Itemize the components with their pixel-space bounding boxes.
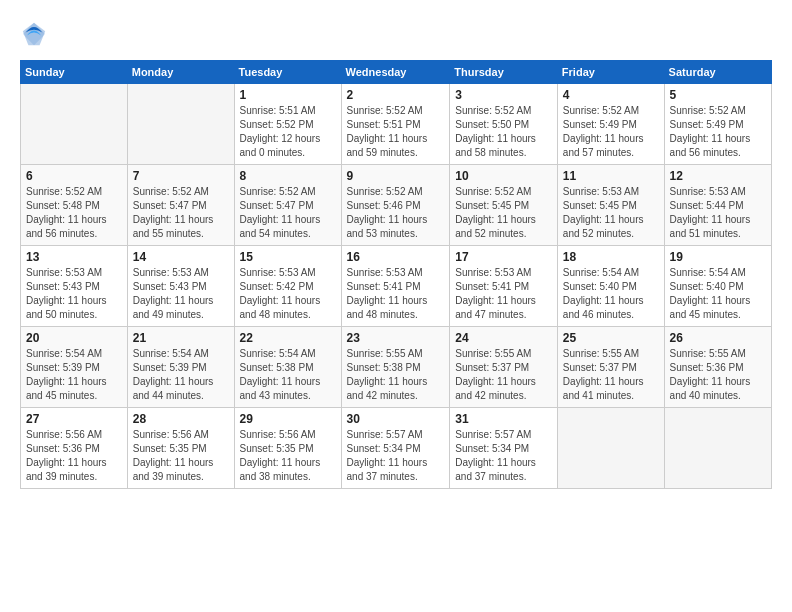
svg-marker-1 [23, 23, 45, 45]
day-info: Sunrise: 5:53 AM Sunset: 5:45 PM Dayligh… [563, 185, 659, 241]
day-cell: 15Sunrise: 5:53 AM Sunset: 5:42 PM Dayli… [234, 246, 341, 327]
day-info: Sunrise: 5:56 AM Sunset: 5:36 PM Dayligh… [26, 428, 122, 484]
logo-icon [20, 20, 48, 48]
day-cell: 7Sunrise: 5:52 AM Sunset: 5:47 PM Daylig… [127, 165, 234, 246]
day-info: Sunrise: 5:52 AM Sunset: 5:51 PM Dayligh… [347, 104, 445, 160]
day-cell: 23Sunrise: 5:55 AM Sunset: 5:38 PM Dayli… [341, 327, 450, 408]
page: SundayMondayTuesdayWednesdayThursdayFrid… [0, 0, 792, 612]
weekday-row: SundayMondayTuesdayWednesdayThursdayFrid… [21, 61, 772, 84]
day-info: Sunrise: 5:54 AM Sunset: 5:40 PM Dayligh… [563, 266, 659, 322]
day-cell: 20Sunrise: 5:54 AM Sunset: 5:39 PM Dayli… [21, 327, 128, 408]
day-info: Sunrise: 5:55 AM Sunset: 5:37 PM Dayligh… [563, 347, 659, 403]
day-cell: 29Sunrise: 5:56 AM Sunset: 5:35 PM Dayli… [234, 408, 341, 489]
day-number: 15 [240, 250, 336, 264]
day-cell: 24Sunrise: 5:55 AM Sunset: 5:37 PM Dayli… [450, 327, 558, 408]
weekday-header-sunday: Sunday [21, 61, 128, 84]
day-info: Sunrise: 5:54 AM Sunset: 5:39 PM Dayligh… [133, 347, 229, 403]
day-info: Sunrise: 5:56 AM Sunset: 5:35 PM Dayligh… [133, 428, 229, 484]
day-info: Sunrise: 5:57 AM Sunset: 5:34 PM Dayligh… [347, 428, 445, 484]
weekday-header-wednesday: Wednesday [341, 61, 450, 84]
day-number: 17 [455, 250, 552, 264]
day-number: 10 [455, 169, 552, 183]
day-cell: 22Sunrise: 5:54 AM Sunset: 5:38 PM Dayli… [234, 327, 341, 408]
day-info: Sunrise: 5:55 AM Sunset: 5:37 PM Dayligh… [455, 347, 552, 403]
day-info: Sunrise: 5:52 AM Sunset: 5:50 PM Dayligh… [455, 104, 552, 160]
day-number: 30 [347, 412, 445, 426]
day-info: Sunrise: 5:53 AM Sunset: 5:44 PM Dayligh… [670, 185, 766, 241]
day-cell [127, 84, 234, 165]
week-row-5: 27Sunrise: 5:56 AM Sunset: 5:36 PM Dayli… [21, 408, 772, 489]
day-number: 12 [670, 169, 766, 183]
day-cell: 6Sunrise: 5:52 AM Sunset: 5:48 PM Daylig… [21, 165, 128, 246]
day-cell: 21Sunrise: 5:54 AM Sunset: 5:39 PM Dayli… [127, 327, 234, 408]
weekday-header-monday: Monday [127, 61, 234, 84]
day-cell: 10Sunrise: 5:52 AM Sunset: 5:45 PM Dayli… [450, 165, 558, 246]
week-row-3: 13Sunrise: 5:53 AM Sunset: 5:43 PM Dayli… [21, 246, 772, 327]
day-number: 18 [563, 250, 659, 264]
day-cell: 27Sunrise: 5:56 AM Sunset: 5:36 PM Dayli… [21, 408, 128, 489]
day-info: Sunrise: 5:52 AM Sunset: 5:49 PM Dayligh… [670, 104, 766, 160]
week-row-1: 1Sunrise: 5:51 AM Sunset: 5:52 PM Daylig… [21, 84, 772, 165]
day-info: Sunrise: 5:53 AM Sunset: 5:43 PM Dayligh… [26, 266, 122, 322]
day-number: 22 [240, 331, 336, 345]
day-info: Sunrise: 5:53 AM Sunset: 5:42 PM Dayligh… [240, 266, 336, 322]
weekday-header-thursday: Thursday [450, 61, 558, 84]
day-number: 21 [133, 331, 229, 345]
day-number: 24 [455, 331, 552, 345]
weekday-header-tuesday: Tuesday [234, 61, 341, 84]
day-number: 7 [133, 169, 229, 183]
day-number: 5 [670, 88, 766, 102]
day-cell: 4Sunrise: 5:52 AM Sunset: 5:49 PM Daylig… [557, 84, 664, 165]
day-number: 11 [563, 169, 659, 183]
weekday-header-friday: Friday [557, 61, 664, 84]
calendar-header: SundayMondayTuesdayWednesdayThursdayFrid… [21, 61, 772, 84]
day-number: 25 [563, 331, 659, 345]
day-number: 3 [455, 88, 552, 102]
day-cell: 19Sunrise: 5:54 AM Sunset: 5:40 PM Dayli… [664, 246, 771, 327]
day-number: 9 [347, 169, 445, 183]
day-cell: 17Sunrise: 5:53 AM Sunset: 5:41 PM Dayli… [450, 246, 558, 327]
day-number: 19 [670, 250, 766, 264]
day-cell: 2Sunrise: 5:52 AM Sunset: 5:51 PM Daylig… [341, 84, 450, 165]
day-info: Sunrise: 5:53 AM Sunset: 5:41 PM Dayligh… [347, 266, 445, 322]
calendar: SundayMondayTuesdayWednesdayThursdayFrid… [20, 60, 772, 489]
day-info: Sunrise: 5:52 AM Sunset: 5:45 PM Dayligh… [455, 185, 552, 241]
day-info: Sunrise: 5:52 AM Sunset: 5:47 PM Dayligh… [133, 185, 229, 241]
day-cell [21, 84, 128, 165]
day-cell [664, 408, 771, 489]
header [20, 20, 772, 48]
day-cell: 13Sunrise: 5:53 AM Sunset: 5:43 PM Dayli… [21, 246, 128, 327]
day-number: 8 [240, 169, 336, 183]
day-info: Sunrise: 5:56 AM Sunset: 5:35 PM Dayligh… [240, 428, 336, 484]
day-info: Sunrise: 5:53 AM Sunset: 5:41 PM Dayligh… [455, 266, 552, 322]
day-cell: 12Sunrise: 5:53 AM Sunset: 5:44 PM Dayli… [664, 165, 771, 246]
day-info: Sunrise: 5:52 AM Sunset: 5:47 PM Dayligh… [240, 185, 336, 241]
day-cell: 5Sunrise: 5:52 AM Sunset: 5:49 PM Daylig… [664, 84, 771, 165]
day-cell: 11Sunrise: 5:53 AM Sunset: 5:45 PM Dayli… [557, 165, 664, 246]
week-row-2: 6Sunrise: 5:52 AM Sunset: 5:48 PM Daylig… [21, 165, 772, 246]
day-cell: 25Sunrise: 5:55 AM Sunset: 5:37 PM Dayli… [557, 327, 664, 408]
day-number: 28 [133, 412, 229, 426]
week-row-4: 20Sunrise: 5:54 AM Sunset: 5:39 PM Dayli… [21, 327, 772, 408]
day-cell: 31Sunrise: 5:57 AM Sunset: 5:34 PM Dayli… [450, 408, 558, 489]
day-info: Sunrise: 5:55 AM Sunset: 5:36 PM Dayligh… [670, 347, 766, 403]
day-info: Sunrise: 5:52 AM Sunset: 5:48 PM Dayligh… [26, 185, 122, 241]
day-cell: 28Sunrise: 5:56 AM Sunset: 5:35 PM Dayli… [127, 408, 234, 489]
day-number: 2 [347, 88, 445, 102]
day-info: Sunrise: 5:54 AM Sunset: 5:39 PM Dayligh… [26, 347, 122, 403]
day-info: Sunrise: 5:52 AM Sunset: 5:49 PM Dayligh… [563, 104, 659, 160]
day-cell: 9Sunrise: 5:52 AM Sunset: 5:46 PM Daylig… [341, 165, 450, 246]
day-number: 23 [347, 331, 445, 345]
day-info: Sunrise: 5:55 AM Sunset: 5:38 PM Dayligh… [347, 347, 445, 403]
day-number: 16 [347, 250, 445, 264]
day-info: Sunrise: 5:54 AM Sunset: 5:38 PM Dayligh… [240, 347, 336, 403]
day-cell: 3Sunrise: 5:52 AM Sunset: 5:50 PM Daylig… [450, 84, 558, 165]
day-number: 29 [240, 412, 336, 426]
day-cell: 26Sunrise: 5:55 AM Sunset: 5:36 PM Dayli… [664, 327, 771, 408]
day-number: 4 [563, 88, 659, 102]
day-cell: 14Sunrise: 5:53 AM Sunset: 5:43 PM Dayli… [127, 246, 234, 327]
calendar-body: 1Sunrise: 5:51 AM Sunset: 5:52 PM Daylig… [21, 84, 772, 489]
day-cell: 8Sunrise: 5:52 AM Sunset: 5:47 PM Daylig… [234, 165, 341, 246]
day-cell: 30Sunrise: 5:57 AM Sunset: 5:34 PM Dayli… [341, 408, 450, 489]
day-info: Sunrise: 5:57 AM Sunset: 5:34 PM Dayligh… [455, 428, 552, 484]
